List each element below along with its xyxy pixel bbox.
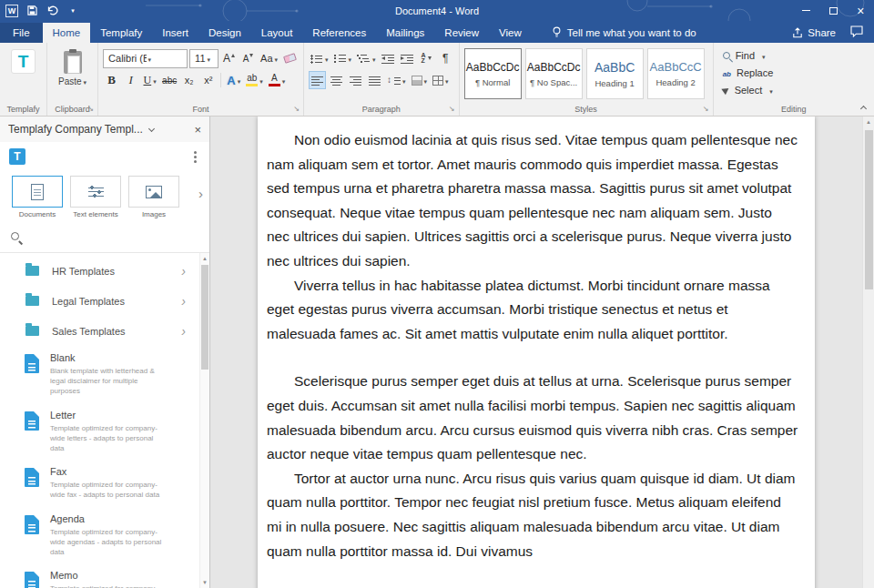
grow-font-button[interactable]: A [220,49,238,67]
tab-view[interactable]: View [489,23,532,43]
select-button[interactable]: Select [723,81,869,98]
taskpane-title-dropdown-icon[interactable] [148,125,155,131]
comments-button[interactable] [850,25,863,39]
sort-button[interactable]: AZ [418,49,435,67]
scroll-down-icon[interactable] [200,577,209,588]
template-item-agenda[interactable]: AgendaTemplate optimized for company-wid… [0,507,209,564]
undo-button[interactable] [46,3,58,19]
tab-design[interactable]: Design [198,23,251,43]
tab-text-elements[interactable]: Text elements [70,176,121,218]
underline-button[interactable]: U [141,71,158,89]
templafy-ribbon-button[interactable]: T [5,46,42,76]
minimize-button[interactable] [792,0,819,21]
font-size-dropdown-icon [206,53,216,64]
ribbon-group-templafy: T Templafy [0,43,47,116]
highlight-button[interactable]: ab [244,71,265,89]
paragraph-dialog-launcher[interactable] [447,104,457,115]
tab-file[interactable]: File [0,23,43,43]
tab-references[interactable]: References [302,23,376,43]
template-item-letter[interactable]: LetterTemplate optimized for company-wid… [0,403,209,461]
template-item-blank[interactable]: BlankBlank template with letterhead & le… [0,346,209,403]
align-left-button[interactable] [309,71,326,89]
tabs-next-chevron[interactable] [198,187,203,200]
find-dropdown-icon [760,50,766,61]
bullets-button[interactable] [309,49,330,67]
tab-images[interactable]: Images [128,176,179,218]
taskpane-close-button[interactable] [194,123,201,137]
document-page[interactable]: Non odio euismod lacinia at quis risus s… [258,117,815,588]
clipboard-dialog-launcher[interactable] [86,104,96,115]
increase-indent-button[interactable] [399,49,416,67]
document-scrollbar-thumb[interactable] [865,130,873,289]
justify-button[interactable] [366,71,383,89]
text-effects-button[interactable]: A [225,71,242,89]
change-case-button[interactable]: Aa [259,49,279,67]
tab-layout[interactable]: Layout [251,23,303,43]
taskpane-scrollbar-thumb[interactable] [201,265,208,370]
document-paragraph-1[interactable]: Non odio euismod lacinia at quis risus s… [267,128,798,274]
share-button[interactable]: Share [792,27,836,38]
taskpane-scrollbar[interactable] [199,253,209,588]
align-right-button[interactable] [347,71,364,89]
paste-button[interactable]: Paste [52,46,93,89]
tab-review[interactable]: Review [434,23,489,43]
ribbon-group-styles: AaBbCcDc ¶ Normal AaBbCcDc ¶ No Spac... … [460,43,714,116]
folder-legal-templates[interactable]: Legal Templates [0,286,209,316]
style-chip-heading1[interactable]: AaBbC Heading 1 [586,48,644,99]
italic-button[interactable]: I [122,71,139,89]
shrink-font-button[interactable]: A [239,49,257,67]
collapse-ribbon-button[interactable] [857,102,869,113]
line-spacing-button[interactable] [385,71,408,89]
tab-templafy[interactable]: Templafy [90,23,152,43]
tab-mailings[interactable]: Mailings [376,23,434,43]
save-button[interactable] [25,3,38,19]
paste-label: Paste [58,76,82,86]
superscript-button[interactable]: x² [199,71,217,89]
folder-sales-templates[interactable]: Sales Templates [0,316,209,346]
document-scrollbar[interactable] [862,117,874,588]
scroll-up-icon[interactable] [200,253,209,264]
replace-button[interactable]: Replace [723,64,869,81]
font-size-combo[interactable]: 11 [189,49,218,68]
tell-me-box[interactable]: Tell me what you want to do [546,22,702,43]
tab-insert[interactable]: Insert [152,23,198,43]
document-paragraph-4[interactable]: Tortor at auctor urna nunc. Arcu risus q… [267,467,798,563]
subscript-button[interactable]: x₂ [180,71,198,89]
show-formatting-marks-button[interactable]: ¶ [437,49,454,67]
taskpane-search-button[interactable] [0,220,209,253]
font-name-combo[interactable]: Calibri (Body) [103,49,188,68]
titlebar-decoration [0,0,874,21]
shading-button[interactable] [410,71,430,89]
word-app-icon[interactable]: W [5,5,18,17]
close-button[interactable] [847,0,874,21]
document-paragraph-2[interactable]: Viverra tellus in hac habitasse platea d… [267,274,798,347]
multilevel-list-button[interactable] [355,49,378,67]
style-chip-normal[interactable]: AaBbCcDc ¶ Normal [464,48,522,99]
tab-home[interactable]: Home [43,23,91,43]
align-center-button[interactable] [328,71,345,89]
style-chip-heading2[interactable]: AaBbCcC Heading 2 [647,48,705,99]
taskpane-menu-button[interactable] [192,149,198,165]
divider [220,73,221,87]
font-color-button[interactable]: A [267,71,288,89]
find-button[interactable]: Find [723,46,869,64]
scroll-up-icon[interactable] [863,117,874,128]
decrease-indent-button[interactable] [380,49,397,67]
bold-button[interactable]: B [103,71,120,89]
maximize-button[interactable] [819,0,847,21]
tab-documents[interactable]: Documents [12,176,63,218]
font-color-icon: A [269,74,280,87]
select-icon [721,85,730,95]
template-item-memo[interactable]: MemoTemplate optimized for company-wide … [0,563,209,588]
styles-dialog-launcher[interactable] [701,104,711,115]
numbering-button[interactable] [332,49,354,67]
clear-formatting-button[interactable] [281,49,299,67]
document-paragraph-3[interactable]: Scelerisque purus semper eget duis at te… [267,370,798,466]
quick-access-customize-button[interactable] [66,3,78,19]
template-item-fax[interactable]: FaxTemplate optimized for company-wide f… [0,460,209,506]
style-chip-no-spacing[interactable]: AaBbCcDc ¶ No Spac... [525,48,583,99]
borders-button[interactable] [431,71,451,89]
font-dialog-launcher[interactable] [291,104,301,115]
folder-hr-templates[interactable]: HR Templates [0,256,209,286]
strikethrough-button[interactable]: abc [160,71,178,89]
